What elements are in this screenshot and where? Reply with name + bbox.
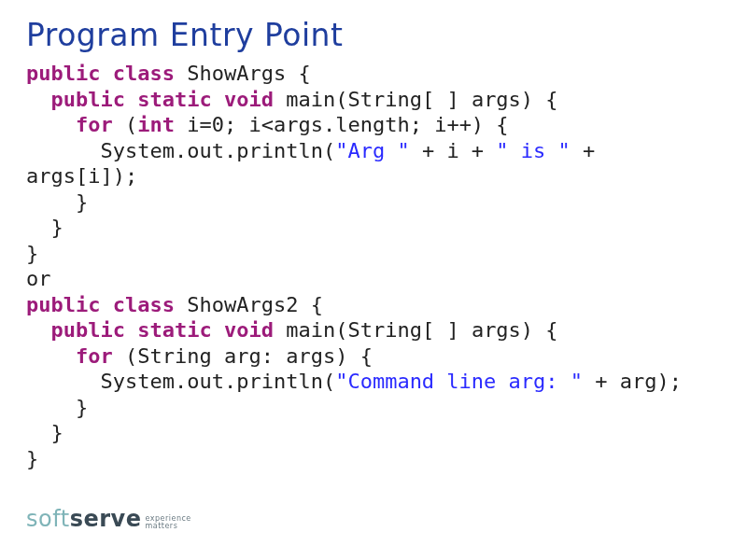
kw-class: class	[113, 62, 175, 85]
sp	[175, 113, 187, 136]
brace-close: }	[26, 421, 63, 444]
class-name: ShowArgs2 {	[187, 293, 323, 316]
slide: Program Entry Point public class ShowArg…	[0, 0, 747, 560]
code-block: public class ShowArgs { public static vo…	[26, 61, 721, 471]
brace-close: }	[26, 216, 63, 239]
concat: + arg);	[583, 370, 682, 393]
brace-close: }	[26, 396, 88, 419]
for-head: i=0; i<args.length; i++) {	[187, 113, 508, 136]
kw-public: public	[51, 318, 125, 342]
indent	[26, 139, 100, 162]
kw-public: public	[26, 293, 100, 316]
kw-static: static	[137, 318, 211, 342]
sp	[212, 88, 224, 111]
slide-title: Program Entry Point	[26, 17, 721, 53]
logo-tag-line2: matters	[145, 522, 177, 530]
footer-logo: softserveexperiencematters	[26, 506, 191, 532]
kw-void: void	[224, 88, 274, 111]
sp	[100, 293, 112, 316]
sp	[274, 88, 286, 111]
sp	[212, 318, 224, 342]
logo-tagline: experiencematters	[145, 515, 190, 530]
sp	[125, 318, 137, 342]
kw-public: public	[51, 88, 125, 111]
sp	[274, 318, 286, 342]
for-head: (String arg: args) {	[125, 344, 373, 368]
sp	[175, 62, 187, 85]
concat: + i +	[410, 139, 497, 162]
brace-close: }	[26, 242, 38, 265]
println-call: System.out.println(	[100, 370, 335, 393]
sp	[125, 88, 137, 111]
sp	[100, 62, 112, 85]
indent	[26, 318, 51, 342]
concat: +	[571, 139, 596, 162]
logo-serve: serve	[70, 506, 142, 532]
brace-close: }	[26, 190, 88, 214]
kw-for: for	[76, 113, 113, 136]
kw-class: class	[113, 293, 175, 316]
string-literal: "Arg "	[335, 139, 409, 162]
indent	[26, 113, 76, 136]
class-name: ShowArgs {	[187, 62, 310, 85]
kw-public: public	[26, 62, 100, 85]
kw-static: static	[137, 88, 211, 111]
kw-void: void	[224, 318, 274, 342]
logo-soft: soft	[26, 506, 70, 532]
indent	[26, 88, 51, 111]
sp	[113, 344, 125, 368]
println-arg-cont: args[i]);	[26, 164, 137, 188]
kw-for: for	[76, 344, 113, 368]
main-sig: main(String[ ] args) {	[286, 88, 557, 111]
sp: (	[113, 113, 138, 136]
or-separator: or	[26, 267, 63, 290]
println-call: System.out.println(	[100, 139, 335, 162]
string-literal: "Command line arg: "	[335, 370, 583, 393]
indent	[26, 344, 76, 368]
indent	[26, 370, 100, 393]
brace-close: }	[26, 447, 38, 470]
kw-int: int	[137, 113, 175, 136]
string-literal: " is "	[496, 139, 570, 162]
main-sig: main(String[ ] args) {	[286, 318, 557, 342]
sp	[175, 293, 187, 316]
